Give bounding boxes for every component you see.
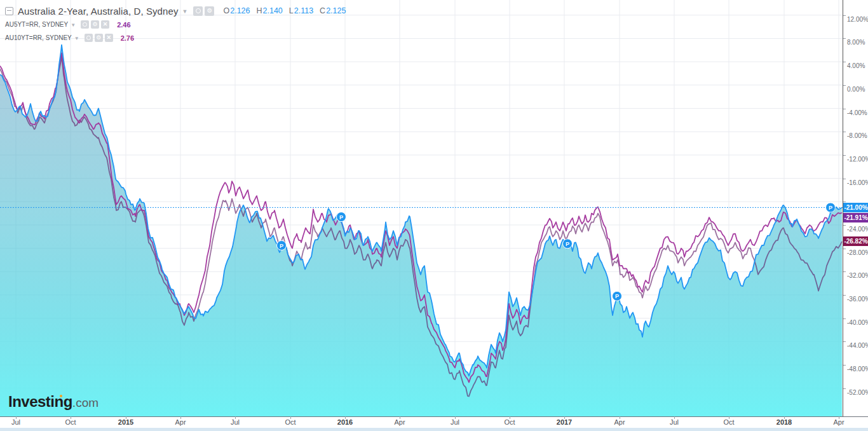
price-axis-label: 4.00% bbox=[847, 62, 865, 69]
svg-text:P: P bbox=[280, 243, 283, 249]
time-axis-label: 2016 bbox=[337, 418, 353, 426]
price-axis-tick bbox=[843, 62, 846, 62]
overlay-row-10y: AU10YT=RR, SYDNEY ▼ ⚙ ✕ 2.76 bbox=[5, 31, 346, 44]
main-symbol-row: Australia 2-Year, Australia, D, Sydney ▼… bbox=[5, 4, 346, 18]
time-axis-label: Oct bbox=[723, 418, 734, 426]
price-axis-label: 0.00% bbox=[847, 86, 865, 93]
visibility-button[interactable] bbox=[85, 34, 93, 42]
price-axis-label: -28.00% bbox=[847, 249, 868, 256]
price-axis-tick bbox=[843, 341, 846, 342]
time-axis-label: Oct bbox=[285, 418, 295, 426]
time-axis-label: Apr bbox=[175, 418, 186, 426]
chart-title[interactable]: Australia 2-Year, Australia, D, Sydney bbox=[18, 6, 179, 17]
chart-canvas[interactable]: PPPPP bbox=[0, 0, 843, 416]
ohlc-readout: O2.126 H2.140 L2.113 C2.125 bbox=[223, 6, 346, 15]
eye-icon bbox=[83, 22, 87, 27]
price-axis-tick bbox=[843, 202, 846, 202]
high-label: H bbox=[256, 6, 262, 15]
last-price-badge-5y: -21.91% bbox=[843, 213, 868, 222]
time-axis-label: Apr bbox=[833, 418, 844, 426]
chevron-down-icon[interactable]: ▼ bbox=[182, 8, 188, 15]
price-axis-label: 8.00% bbox=[847, 39, 865, 46]
price-axis-label: -32.00% bbox=[847, 272, 868, 279]
price-axis-tick bbox=[843, 85, 846, 86]
low-label: L bbox=[289, 6, 294, 15]
close-icon: ✕ bbox=[106, 35, 111, 41]
time-axis-label: Oct bbox=[65, 418, 76, 426]
overlay-symbol-10y[interactable]: AU10YT=RR, SYDNEY bbox=[5, 34, 72, 41]
eye-icon bbox=[196, 8, 201, 13]
gear-icon: ⚙ bbox=[93, 22, 98, 27]
time-axis-label: Apr bbox=[614, 418, 625, 426]
price-axis-label: -4.00% bbox=[847, 109, 867, 116]
overlay-value-10y: 2.76 bbox=[121, 34, 134, 42]
settings-button[interactable]: ⚙ bbox=[91, 20, 99, 29]
time-axis-label: Apr bbox=[394, 418, 405, 426]
svg-text:P: P bbox=[615, 293, 619, 299]
price-axis-tick bbox=[843, 295, 846, 296]
eye-icon bbox=[86, 36, 91, 40]
price-axis-tick bbox=[843, 318, 846, 319]
price-axis-label: 12.00% bbox=[847, 16, 868, 23]
time-axis-label: Jul bbox=[670, 418, 679, 426]
price-axis-tick bbox=[843, 365, 846, 366]
high-value: 2.140 bbox=[263, 6, 283, 15]
price-axis-label: -8.00% bbox=[847, 132, 867, 139]
overlay-row-5y: AU5YT=RR, SYDNEY ▼ ⚙ ✕ 2.46 bbox=[5, 18, 346, 31]
price-axis-tick bbox=[843, 179, 846, 179]
time-axis-label: Jul bbox=[11, 418, 20, 426]
time-axis-label: Jul bbox=[231, 418, 240, 426]
settings-button[interactable]: ⚙ bbox=[205, 6, 214, 16]
visibility-button[interactable] bbox=[81, 20, 89, 29]
remove-button[interactable]: ✕ bbox=[101, 20, 109, 29]
event-marker-p[interactable]: P bbox=[613, 291, 622, 302]
low-value: 2.113 bbox=[294, 6, 313, 15]
price-axis-tick bbox=[843, 155, 846, 156]
investing-watermark: Investing.com bbox=[8, 393, 98, 411]
svg-text:P: P bbox=[566, 241, 569, 247]
chevron-down-icon[interactable]: ▼ bbox=[71, 22, 76, 28]
gear-icon: ⚙ bbox=[207, 8, 212, 14]
price-axis-label: -48.00% bbox=[847, 366, 868, 373]
price-axis-tick bbox=[843, 388, 846, 389]
price-axis[interactable]: 12.00%8.00%4.00%0.00%-4.00%-8.00%-12.00%… bbox=[843, 0, 868, 416]
last-price-badge-10y: -26.82% bbox=[843, 236, 868, 246]
open-label: O bbox=[223, 6, 229, 15]
chart-app: PPPPP Australia 2-Year, Australia, D, Sy… bbox=[0, 0, 868, 431]
price-axis-tick bbox=[843, 271, 846, 272]
time-axis-label: 2017 bbox=[557, 418, 572, 426]
close-label: C bbox=[320, 6, 325, 15]
watermark-orange-dot-icon bbox=[60, 395, 62, 397]
gear-icon: ⚙ bbox=[96, 35, 101, 41]
watermark-light: .com bbox=[72, 396, 98, 410]
price-axis-tick bbox=[843, 109, 846, 109]
svg-text:P: P bbox=[339, 214, 343, 221]
price-axis-tick bbox=[843, 249, 846, 249]
time-axis-label: Jul bbox=[451, 418, 459, 426]
price-axis-label: -44.00% bbox=[847, 342, 868, 349]
price-axis-tick bbox=[843, 225, 846, 226]
collapse-legend-icon[interactable] bbox=[5, 7, 13, 15]
price-axis-label: -52.00% bbox=[847, 389, 868, 396]
last-price-badge-2year: -21.00% bbox=[843, 203, 868, 212]
time-axis-label: Oct bbox=[504, 418, 515, 426]
overlay-symbol-5y[interactable]: AU5YT=RR, SYDNEY bbox=[5, 21, 68, 28]
close-value: 2.125 bbox=[326, 6, 346, 15]
svg-text:P: P bbox=[829, 205, 832, 211]
remove-button[interactable]: ✕ bbox=[105, 34, 113, 42]
overlay-value-5y: 2.46 bbox=[117, 21, 130, 29]
watermark-bold: Investing bbox=[8, 393, 72, 411]
price-axis-label: -36.00% bbox=[847, 296, 868, 303]
visibility-button[interactable] bbox=[193, 6, 203, 16]
time-axis[interactable]: JulOct2015AprJulOct2016AprJulOct2017AprJ… bbox=[0, 416, 868, 428]
price-axis-label: -40.00% bbox=[847, 319, 868, 326]
price-axis-label: -12.00% bbox=[847, 156, 868, 163]
settings-button[interactable]: ⚙ bbox=[95, 34, 103, 42]
price-axis-label: -24.00% bbox=[847, 226, 868, 233]
chevron-down-icon[interactable]: ▼ bbox=[74, 36, 79, 41]
price-axis-tick bbox=[843, 38, 846, 39]
open-value: 2.126 bbox=[230, 6, 250, 15]
price-axis-label: -16.00% bbox=[847, 179, 868, 186]
symbol-header: Australia 2-Year, Australia, D, Sydney ▼… bbox=[5, 4, 346, 44]
price-axis-tick bbox=[843, 132, 846, 132]
